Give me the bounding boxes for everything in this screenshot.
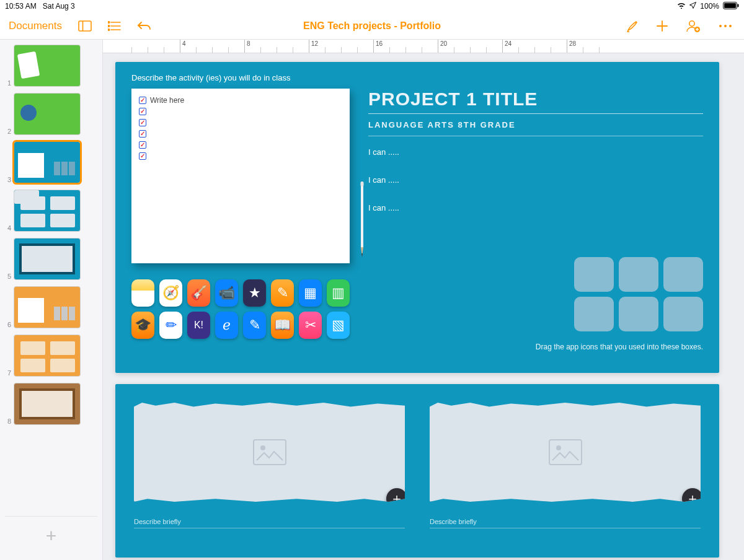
- svg-point-17: [719, 25, 722, 27]
- screenshot-app-icon[interactable]: ✂: [299, 312, 322, 339]
- thumb-number: 8: [5, 418, 11, 425]
- kahoot-app-icon[interactable]: K!: [187, 312, 210, 339]
- thumb-number: 5: [5, 273, 11, 280]
- slide-thumbnail[interactable]: [14, 45, 81, 87]
- format-brush-icon[interactable]: [626, 20, 639, 32]
- svg-point-9: [108, 25, 110, 27]
- add-slide-button[interactable]: +: [5, 516, 97, 555]
- svg-point-19: [729, 25, 732, 27]
- toolbar: Documents ENG Tech projects - Portfolio: [0, 12, 744, 40]
- ibooks-app-icon[interactable]: 📖: [271, 312, 294, 339]
- thumb-number: 7: [5, 369, 11, 377]
- garageband-app-icon[interactable]: 🎸: [187, 279, 210, 307]
- slide-thumbnail[interactable]: [14, 286, 81, 328]
- svg-rect-1: [724, 3, 736, 8]
- undo-icon[interactable]: [138, 20, 151, 32]
- slide-thumbnail[interactable]: [14, 383, 81, 425]
- drop-target[interactable]: [574, 257, 614, 292]
- checkbox-icon[interactable]: [139, 119, 146, 126]
- status-bar: 10:53 AM Sat Aug 3 100%: [0, 0, 744, 12]
- document-title[interactable]: ENG Tech projects - Portfolio: [303, 20, 441, 32]
- thumb-number: 6: [5, 321, 11, 328]
- numbers-app-icon[interactable]: ▥: [327, 279, 350, 307]
- checklist-box[interactable]: Write here: [131, 89, 350, 263]
- slide-thumbnail[interactable]: [14, 335, 81, 377]
- imovie-app-icon[interactable]: ★: [243, 279, 266, 307]
- thumb-number: 2: [5, 128, 11, 135]
- drop-target[interactable]: [619, 297, 658, 331]
- icon-drop-grid[interactable]: [574, 257, 703, 331]
- location-icon: [689, 2, 696, 11]
- collaborate-icon[interactable]: [686, 19, 701, 33]
- add-icon[interactable]: [656, 20, 668, 32]
- drop-target[interactable]: [663, 257, 703, 292]
- slide-thumbnail[interactable]: [14, 93, 81, 135]
- caption-field[interactable]: Describe briefly: [430, 515, 701, 528]
- i-can-statement[interactable]: I can .....: [368, 203, 703, 212]
- status-date: Sat Aug 3: [43, 2, 75, 11]
- wifi-icon: [677, 2, 686, 11]
- safari-app-icon[interactable]: 🧭: [159, 279, 182, 307]
- project-title[interactable]: PROJECT 1 TITLE: [368, 89, 703, 110]
- caption-field[interactable]: Describe briefly: [134, 515, 405, 528]
- slide-4[interactable]: ＋ Describe briefly ＋ Describe briefly: [115, 384, 719, 558]
- battery-icon: [723, 2, 739, 11]
- ruler: 481216202428: [103, 40, 744, 53]
- canvas[interactable]: 481216202428 Describe the activity (ies)…: [103, 40, 744, 560]
- checkbox-icon[interactable]: [139, 97, 146, 104]
- list-view-icon[interactable]: [108, 21, 122, 31]
- marker-app-icon[interactable]: ✏︎: [159, 312, 182, 339]
- notability-app-icon[interactable]: ✎: [243, 312, 266, 339]
- notes-app-icon[interactable]: [131, 279, 154, 307]
- svg-point-10: [108, 28, 110, 30]
- checkbox-icon[interactable]: [139, 141, 146, 149]
- add-media-button[interactable]: ＋: [682, 488, 703, 509]
- i-can-statement[interactable]: I can .....: [368, 147, 703, 157]
- battery-percent: 100%: [700, 2, 719, 11]
- itunesu-app-icon[interactable]: 🎓: [131, 312, 154, 339]
- thumb-number: 4: [5, 224, 11, 232]
- slide-3[interactable]: Describe the activity (ies) you will do …: [115, 62, 719, 373]
- media-placeholder[interactable]: ＋: [430, 403, 701, 502]
- activity-prompt[interactable]: Describe the activity (ies) you will do …: [131, 73, 703, 82]
- svg-rect-2: [738, 4, 739, 7]
- slide-thumbnail[interactable]: [14, 190, 81, 232]
- pages-app-icon[interactable]: ✎: [271, 279, 294, 307]
- svg-rect-24: [254, 440, 286, 465]
- status-time: 10:53 AM: [5, 2, 37, 11]
- edmodo-app-icon[interactable]: ℯ: [215, 312, 238, 339]
- slide-thumbnail[interactable]: [14, 141, 81, 183]
- checkbox-icon[interactable]: [139, 108, 146, 115]
- panel-toggle-icon[interactable]: [78, 20, 92, 32]
- media-placeholder[interactable]: ＋: [134, 403, 405, 502]
- divider: [368, 136, 703, 136]
- drop-target[interactable]: [663, 297, 703, 331]
- svg-rect-23: [361, 182, 364, 186]
- svg-rect-20: [361, 185, 363, 247]
- drop-target[interactable]: [574, 297, 614, 331]
- slide-navigator[interactable]: 1 2 3 4 5 6 7 8 +: [0, 40, 103, 560]
- checkbox-icon[interactable]: [139, 152, 146, 160]
- svg-rect-3: [79, 21, 91, 31]
- drop-target[interactable]: [619, 257, 658, 292]
- svg-rect-26: [549, 440, 582, 465]
- svg-point-27: [556, 445, 561, 450]
- nearpod-app-icon[interactable]: ▧: [327, 312, 350, 339]
- i-can-statement[interactable]: I can .....: [368, 175, 703, 185]
- drag-hint-text: Drag the app icons that you used into th…: [536, 343, 703, 351]
- clips-app-icon[interactable]: 📹: [215, 279, 238, 307]
- checklist-placeholder[interactable]: Write here: [150, 96, 184, 105]
- slide-thumbnail[interactable]: [14, 238, 81, 280]
- documents-button[interactable]: Documents: [9, 20, 62, 32]
- checkbox-icon[interactable]: [139, 130, 146, 138]
- thumb-number: 1: [5, 79, 11, 87]
- keynote-app-icon[interactable]: ▦: [299, 279, 322, 307]
- svg-point-18: [724, 25, 727, 27]
- image-placeholder-icon: [549, 439, 582, 465]
- add-media-button[interactable]: ＋: [386, 488, 407, 509]
- divider: [368, 113, 703, 114]
- more-icon[interactable]: [718, 24, 733, 28]
- pencil-graphic[interactable]: [358, 182, 366, 261]
- project-subtitle[interactable]: LANGUAGE ARTS 8TH GRADE: [368, 120, 703, 129]
- svg-marker-22: [361, 253, 363, 257]
